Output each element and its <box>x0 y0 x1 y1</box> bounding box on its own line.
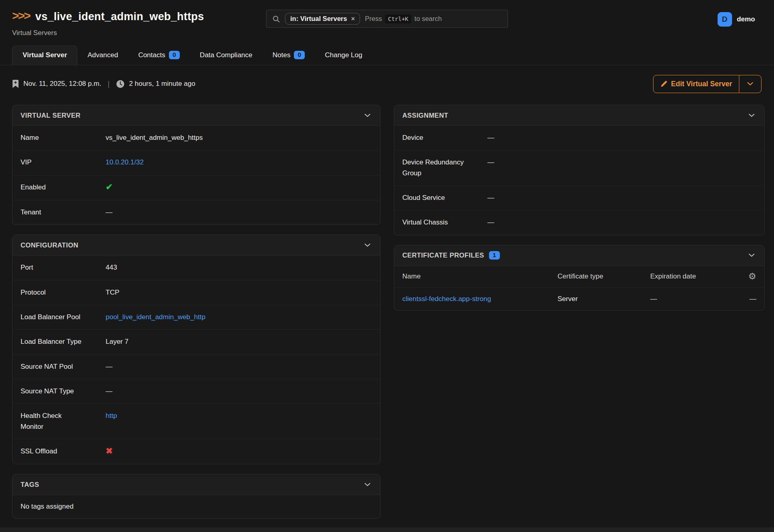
tab-label: Advanced <box>87 51 118 59</box>
gear-icon[interactable]: ⚙ <box>748 271 756 281</box>
detail-row-protocol: ProtocolTCP <box>12 281 380 305</box>
pencil-icon <box>660 80 668 87</box>
user-menu[interactable]: D demo <box>718 12 755 27</box>
detail-row-port: Port443 <box>12 256 380 280</box>
tags-card-header: TAGS <box>12 474 380 495</box>
meta-divider: | <box>106 79 112 88</box>
certificate-profiles-card-header: CERTIFICATE PROFILES 1 <box>394 245 764 266</box>
detail-row-source-nat-type: Source NAT Type— <box>12 379 380 404</box>
field-label: VIP <box>21 157 86 168</box>
field-value: — <box>106 386 112 397</box>
breadcrumb[interactable]: Virtual Servers <box>12 29 762 37</box>
search-icon <box>272 15 280 23</box>
certificate-name-link[interactable]: clientssl-fedcheck.app-strong <box>402 295 491 303</box>
configuration-card: CONFIGURATION Port443ProtocolTCPLoad Bal… <box>12 235 381 464</box>
content-grid: VIRTUAL SERVER Namevs_live_ident_admin_w… <box>0 94 774 519</box>
field-value-link[interactable]: http <box>106 412 117 420</box>
right-column: ASSIGNMENT Device—Device Redundancy Grou… <box>394 105 765 311</box>
card-title: ASSIGNMENT <box>402 112 448 119</box>
page-title: vs_live_ident_admin_web_https <box>35 10 204 23</box>
tab-label: Contacts <box>138 51 165 59</box>
tab-data-compliance[interactable]: Data Compliance <box>190 46 262 65</box>
tags-card: TAGS No tags assigned <box>12 474 381 519</box>
keyboard-shortcut: Ctrl+K <box>385 15 411 23</box>
column-header-name: Name <box>402 272 558 281</box>
chevron-down-icon[interactable] <box>747 252 756 259</box>
field-label: Port <box>21 262 86 273</box>
tab-change-log[interactable]: Change Log <box>315 46 372 65</box>
tab-contacts[interactable]: Contacts0 <box>128 46 190 65</box>
search-filter-chip[interactable]: in: Virtual Servers × <box>285 13 360 25</box>
edit-button-label: Edit Virtual Server <box>671 80 732 88</box>
expiration-date-cell: — <box>650 294 741 304</box>
field-value: Layer 7 <box>106 337 129 347</box>
search-hint-suffix: to search <box>414 15 442 23</box>
chevron-down-icon[interactable] <box>363 112 372 119</box>
card-title-text: CERTIFICATE PROFILES <box>402 251 484 259</box>
tab-label: Data Compliance <box>200 51 252 59</box>
chevron-down-icon[interactable] <box>363 242 372 249</box>
tab-label: Virtual Server <box>23 51 67 59</box>
field-label: Device Redundancy Group <box>402 157 468 179</box>
field-label: Enabled <box>21 182 86 193</box>
field-label: Tenant <box>21 207 86 218</box>
clock-icon <box>116 80 125 88</box>
timestamps: Nov. 11, 2025, 12:08 p.m. | 2 hours, 1 m… <box>12 79 196 88</box>
field-value: TCP <box>106 287 119 298</box>
column-header-expiration-date: Expiration date <box>650 272 741 281</box>
detail-row-source-nat-pool: Source NAT Pool— <box>12 355 380 379</box>
user-name: demo <box>737 15 755 23</box>
detail-row-device: Device— <box>394 126 764 150</box>
chevron-down-icon[interactable] <box>363 481 372 488</box>
left-column: VIRTUAL SERVER Namevs_live_ident_admin_w… <box>12 105 381 519</box>
field-label: Load Balancer Pool <box>21 312 86 322</box>
edit-virtual-server-button[interactable]: Edit Virtual Server <box>653 75 739 93</box>
field-value: — <box>487 133 494 143</box>
detail-row-enabled: Enabled✔ <box>12 175 380 200</box>
row-actions-cell: — <box>741 294 756 304</box>
field-value-link[interactable]: pool_live_ident_admin_web_http <box>106 313 206 321</box>
detail-row-device-redundancy-group: Device Redundancy Group— <box>394 150 764 186</box>
bottom-scrollbar-track[interactable] <box>0 528 774 532</box>
count-badge: 1 <box>489 251 500 260</box>
chevron-down-icon[interactable] <box>747 112 756 119</box>
field-value: 443 <box>106 262 117 273</box>
virtual-server-card-header: VIRTUAL SERVER <box>12 105 380 126</box>
field-label: Name <box>21 133 86 143</box>
tab-notes[interactable]: Notes0 <box>262 46 315 65</box>
certificate-table-row: clientssl-fedcheck.app-strong Server — — <box>394 288 764 310</box>
tab-count-badge: 0 <box>294 51 305 59</box>
edit-dropdown-button[interactable] <box>739 75 761 93</box>
certificate-table-header: Name Certificate type Expiration date ⚙ <box>394 266 764 288</box>
avatar[interactable]: D <box>718 12 732 27</box>
meta-row: Nov. 11, 2025, 12:08 p.m. | 2 hours, 1 m… <box>0 65 774 94</box>
detail-row-name: Namevs_live_ident_admin_web_https <box>12 126 380 150</box>
configuration-rows: Port443ProtocolTCPLoad Balancer Poolpool… <box>12 256 380 464</box>
chip-close-icon[interactable]: × <box>351 15 355 23</box>
certificate-name-cell: clientssl-fedcheck.app-strong <box>402 295 558 303</box>
field-label: Protocol <box>21 287 86 298</box>
card-title: CERTIFICATE PROFILES 1 <box>402 251 500 260</box>
edit-split-button: Edit Virtual Server <box>653 75 762 93</box>
detail-row-cloud-service: Cloud Service— <box>394 186 764 210</box>
certificate-type-cell: Server <box>558 295 650 303</box>
tab-virtual-server[interactable]: Virtual Server <box>12 46 77 65</box>
assignment-card: ASSIGNMENT Device—Device Redundancy Grou… <box>394 105 765 235</box>
detail-row-ssl-offload: SSL Offload✖ <box>12 439 380 464</box>
bookmark-plus-icon <box>12 80 19 88</box>
created-timestamp: Nov. 11, 2025, 12:08 p.m. <box>23 80 101 88</box>
field-value-link[interactable]: 10.0.20.1/32 <box>106 158 144 166</box>
assignment-card-header: ASSIGNMENT <box>394 105 764 126</box>
field-value: — <box>106 362 112 372</box>
card-title: CONFIGURATION <box>21 241 78 249</box>
search-input[interactable]: in: Virtual Servers × Press Ctrl+K to se… <box>266 10 508 28</box>
tab-advanced[interactable]: Advanced <box>77 46 128 65</box>
detail-row-load-balancer-type: Load Balancer TypeLayer 7 <box>12 330 380 354</box>
tags-empty-message: No tags assigned <box>12 495 380 518</box>
search-hint-press: Press <box>365 15 382 23</box>
field-label: Health Check Monitor <box>21 411 86 432</box>
updated-timestamp: 2 hours, 1 minute ago <box>129 80 195 88</box>
field-value: — <box>487 217 494 228</box>
card-title: TAGS <box>21 481 39 488</box>
detail-row-load-balancer-pool: Load Balancer Poolpool_live_ident_admin_… <box>12 305 380 330</box>
